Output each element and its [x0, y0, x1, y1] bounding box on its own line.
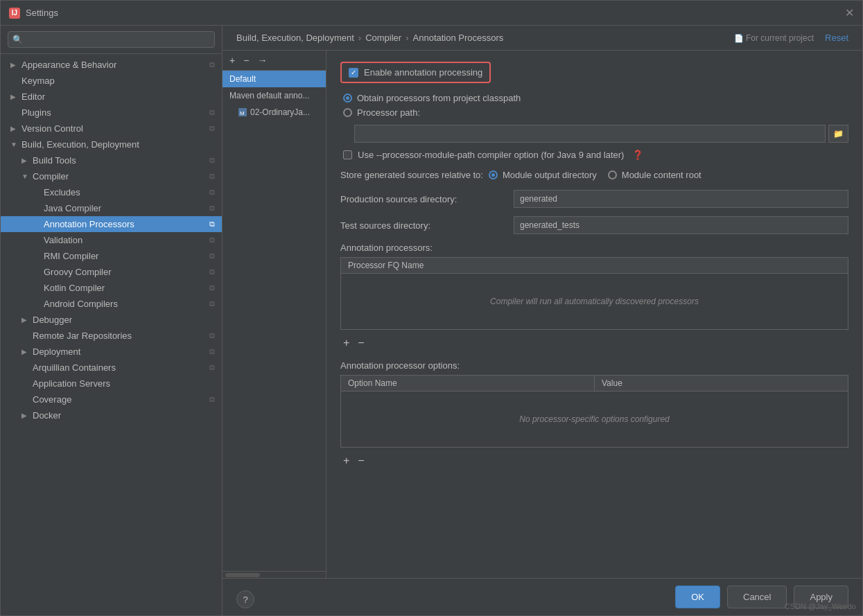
annotation-processors-section-label: Annotation processors:	[340, 243, 848, 253]
module-output-row: Module output directory	[489, 170, 597, 180]
sidebar-item-rmi-compiler[interactable]: RMI Compiler ⧉	[1, 248, 222, 264]
list-remove-button[interactable]: −	[241, 53, 252, 67]
production-sources-input[interactable]	[514, 190, 848, 208]
sidebar-item-label: Keymap	[21, 76, 55, 86]
sidebar-item-java-compiler[interactable]: Java Compiler ⧉	[1, 200, 222, 216]
right-panel: Build, Execution, Deployment › Compiler …	[223, 26, 862, 615]
module-output-radio[interactable]	[489, 170, 498, 179]
list-item-module[interactable]: M 02-OrdinaryJa...	[223, 104, 326, 121]
annotation-processors-toolbar: + −	[340, 335, 848, 351]
breadcrumb-part1: Build, Execution, Deployment	[236, 33, 354, 43]
close-button[interactable]: ✕	[845, 6, 854, 19]
search-icon: 🔍	[12, 35, 23, 44]
reset-link[interactable]: Reset	[825, 33, 848, 43]
sidebar-list: ▶ Appearance & Behavior ⧉ Keymap ▶ Edito…	[1, 54, 222, 615]
watermark: CSDN @Jay_Weirdo	[785, 602, 856, 610]
sidebar-item-label: Docker	[33, 410, 61, 421]
sidebar-item-coverage[interactable]: Coverage ⧉	[1, 391, 222, 407]
copy-icon: ⧉	[209, 124, 215, 133]
sidebar-item-app-servers[interactable]: Application Servers	[1, 376, 222, 391]
obtain-processors-radio[interactable]	[343, 94, 352, 103]
sidebar-item-kotlin-compiler[interactable]: Kotlin Compiler ⧉	[1, 280, 222, 296]
sidebar-item-appearance[interactable]: ▶ Appearance & Behavior ⧉	[1, 57, 222, 73]
help-tooltip-icon[interactable]: ❓	[632, 150, 643, 160]
annotation-remove-button[interactable]: −	[355, 335, 367, 351]
processor-path-row: Processor path:	[343, 107, 848, 118]
sidebar-item-label: Version Control	[21, 123, 83, 134]
sidebar-item-editor[interactable]: ▶ Editor	[1, 89, 222, 105]
annotation-processors-table: Processor FQ Name Compiler will run all …	[340, 257, 848, 330]
store-label: Store generated sources relative to:	[340, 170, 483, 180]
module-content-radio[interactable]	[608, 170, 617, 179]
processor-path-radio[interactable]	[343, 108, 352, 117]
sidebar-item-compiler[interactable]: ▼ Compiler ⧉	[1, 168, 222, 184]
copy-icon: ⧉	[209, 188, 215, 197]
sidebar-item-plugins[interactable]: Plugins ⧉	[1, 105, 222, 121]
enable-annotation-checkbox[interactable]	[349, 68, 358, 78]
options-add-button[interactable]: +	[340, 453, 352, 468]
breadcrumb-current: Annotation Processors	[413, 33, 504, 43]
sidebar-item-build-execution[interactable]: ▼ Build, Execution, Deployment	[1, 137, 222, 152]
test-sources-input[interactable]	[514, 216, 848, 234]
sidebar-item-label: Build Tools	[33, 155, 76, 166]
processor-path-input[interactable]	[354, 125, 826, 143]
ok-button[interactable]: OK	[675, 586, 720, 608]
copy-icon: ⧉	[209, 172, 215, 181]
breadcrumb-project: 📄For current project	[734, 33, 814, 43]
list-add-button[interactable]: +	[227, 53, 238, 67]
options-remove-button[interactable]: −	[355, 453, 367, 468]
radio-group: Obtain processors from project classpath…	[340, 93, 848, 118]
sidebar-item-validation[interactable]: Validation ⧉	[1, 232, 222, 248]
annotation-options-section-label: Annotation processor options:	[340, 360, 848, 371]
sidebar-item-label: Kotlin Compiler	[44, 283, 105, 293]
sidebar-item-version-control[interactable]: ▶ Version Control ⧉	[1, 121, 222, 137]
sidebar-item-label: Android Compilers	[44, 299, 118, 309]
list-scrollbar[interactable]	[223, 571, 326, 578]
sidebar-item-android-compilers[interactable]: Android Compilers ⧉	[1, 296, 222, 312]
search-input[interactable]	[8, 31, 215, 48]
arrow-icon: ▼	[10, 141, 19, 148]
annotation-options-table-body: No processor-specific options configured	[341, 391, 848, 447]
sidebar-item-label: Groovy Compiler	[44, 267, 112, 277]
sidebar-item-groovy-compiler[interactable]: Groovy Compiler ⧉	[1, 264, 222, 280]
sidebar-item-arquillian[interactable]: Arquillian Containers ⧉	[1, 360, 222, 376]
help-button[interactable]: ?	[236, 590, 254, 608]
breadcrumb-sep2: ›	[406, 33, 408, 43]
sidebar-item-label: Coverage	[33, 394, 71, 405]
list-item-maven[interactable]: Maven default anno...	[223, 87, 326, 104]
bottom-bar: ? OK Cancel Apply	[223, 578, 862, 615]
sidebar-item-label: Editor	[21, 91, 45, 102]
breadcrumb-sep1: ›	[358, 33, 361, 43]
arrow-icon: ▶	[10, 93, 19, 100]
copy-icon: ⧉	[209, 60, 215, 69]
annotation-options-table-header: Option Name Value	[341, 376, 848, 391]
copy-icon: ⧉	[209, 347, 215, 356]
sidebar-item-excludes[interactable]: Excludes ⧉	[1, 184, 222, 200]
sidebar-item-label: Plugins	[21, 107, 51, 118]
sidebar-item-label: RMI Compiler	[44, 251, 98, 261]
list-item-default[interactable]: Default	[223, 71, 326, 87]
production-sources-label: Production sources directory:	[340, 194, 507, 204]
arrow-icon: ▶	[10, 61, 19, 69]
list-pane: + − → Default Maven default anno...	[223, 51, 326, 578]
path-browse-button[interactable]: 📁	[828, 125, 848, 143]
cancel-button[interactable]: Cancel	[727, 586, 787, 608]
panel-body: + − → Default Maven default anno...	[223, 51, 862, 578]
annotation-processors-placeholder: Compiler will run all automatically disc…	[490, 297, 699, 306]
sidebar-item-build-tools[interactable]: ▶ Build Tools ⧉	[1, 152, 222, 168]
copy-icon: ⧉	[209, 395, 215, 404]
search-bar: 🔍	[1, 26, 222, 54]
breadcrumb-part2: Compiler	[365, 33, 401, 43]
list-move-button[interactable]: →	[254, 53, 270, 67]
sidebar-item-annotation-processors[interactable]: Annotation Processors ⧉	[1, 216, 222, 232]
sidebar-item-debugger[interactable]: ▶ Debugger	[1, 312, 222, 328]
sidebar-item-deployment[interactable]: ▶ Deployment ⧉	[1, 344, 222, 360]
module-icon: M	[238, 107, 247, 117]
sidebar-item-docker[interactable]: ▶ Docker	[1, 407, 222, 423]
module-content-row: Module content root	[608, 170, 701, 180]
sidebar-item-keymap[interactable]: Keymap	[1, 73, 222, 89]
sidebar-item-remote-jar[interactable]: Remote Jar Repositories ⧉	[1, 328, 222, 344]
use-module-path-checkbox[interactable]	[343, 150, 352, 159]
use-module-path-label: Use --processor-module-path compiler opt…	[358, 150, 624, 160]
annotation-add-button[interactable]: +	[340, 335, 352, 351]
